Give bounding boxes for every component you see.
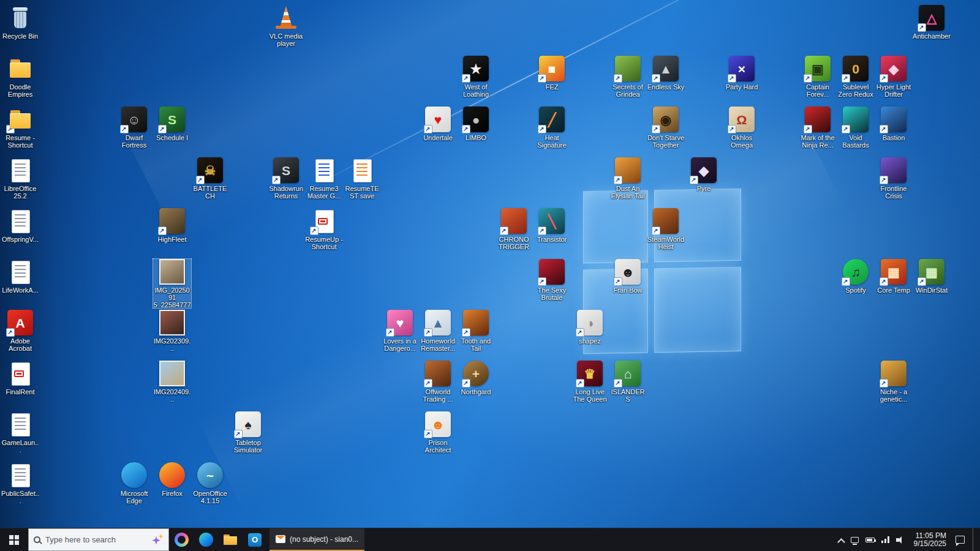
desktop-icon-label: LibreOffice 25.2 — [1, 185, 39, 200]
desktop-icon-transistor[interactable]: ╲Transistor — [533, 208, 571, 257]
desktop-icon-libreoffice-25-2[interactable]: LibreOffice 25.2 — [1, 157, 39, 206]
desktop-icon-fez[interactable]: ■FEZ — [533, 56, 571, 105]
file-explorer-button[interactable] — [218, 528, 243, 551]
cone-icon — [273, 5, 299, 31]
desktop-icon-party-hard[interactable]: ×Party Hard — [723, 56, 761, 105]
desktop-icon-adobe-acrobat[interactable]: AAdobe Acrobat — [1, 310, 39, 359]
desktop-icon-label: Recycle Bin — [1, 32, 39, 40]
taskbar-clock[interactable]: 11:05 PM 9/15/2025 — [911, 532, 949, 548]
action-center-icon[interactable] — [956, 536, 965, 544]
desktop-icon-frontline-crisis[interactable]: Frontline Crisis — [875, 157, 913, 206]
desktop-icon-offspringv[interactable]: OffspringV... — [1, 208, 39, 257]
desktop[interactable]: Recycle BinDoodle EmpiresResume - Shortc… — [0, 0, 980, 528]
edge-button[interactable] — [194, 528, 218, 551]
desktop-icon-lifeworka[interactable]: LifeWorkA... — [1, 259, 39, 308]
pc-icon[interactable] — [851, 537, 859, 543]
start-button[interactable] — [0, 528, 28, 551]
volume-icon[interactable] — [896, 536, 905, 544]
desktop-icon-label: IMG202409... — [153, 388, 191, 403]
desktop-icon-firefox[interactable]: Firefox — [153, 462, 191, 511]
desktop-icon-highfleet[interactable]: HighFleet — [153, 208, 191, 257]
desktop-icon-steamworld-heist[interactable]: SteamWorld Heist — [647, 208, 685, 257]
shortcut-arrow-icon — [538, 125, 546, 133]
desktop-icon-img202409[interactable]: IMG202409... — [153, 361, 191, 410]
desktop-icon-northgard[interactable]: +Northgard — [457, 361, 495, 410]
desktop-icon-dust-an-elysian-tail[interactable]: Dust An Elysian Tail — [609, 157, 647, 206]
desktop-icon-shapez[interactable]: ◑shapez — [571, 310, 609, 359]
desktop-icon-void-bastards[interactable]: Void Bastards — [837, 107, 875, 156]
desktop-icon-pyre[interactable]: ◆Pyre — [685, 157, 723, 206]
desktop-icon-lovers-in-a-dangero[interactable]: ♥Lovers in a Dangero... — [381, 310, 419, 359]
desktop-icon-mark-of-the-ninja-re[interactable]: Mark of the Ninja Re... — [799, 107, 837, 156]
outlook-button[interactable]: O — [243, 528, 267, 551]
desktop-icon-vlc-media-player[interactable]: VLC media player — [267, 5, 305, 54]
shortcut-arrow-icon — [576, 328, 584, 337]
desktop-icon-captain-forev[interactable]: ▣Captain Forev... — [799, 56, 837, 105]
task-button-mail[interactable]: (no subject) - sian0... — [270, 528, 364, 551]
circle-icon: + — [463, 361, 489, 386]
desktop-icon-schedule-i[interactable]: SSchedule I — [153, 107, 191, 156]
copilot-button[interactable] — [169, 528, 194, 551]
desktop-icon-openoffice-4-1-15[interactable]: ~OpenOffice 4.1.15 — [191, 462, 229, 511]
desktop-icon-tooth-and-tail[interactable]: Tooth and Tail — [457, 310, 495, 359]
desktop-icon-gamelaun[interactable]: GameLaun... — [1, 411, 39, 460]
desktop-icon-long-live-the-queen[interactable]: ♛Long Live The Queen — [571, 361, 609, 410]
pdf-icon — [7, 361, 33, 386]
shortcut-arrow-icon — [880, 74, 888, 83]
tile-icon — [615, 157, 641, 183]
icon-glyph: ~ — [206, 469, 214, 482]
desktop-icon-don-t-starve-together[interactable]: ◉Don't Starve Together — [647, 107, 685, 156]
hidden-icons-chevron[interactable] — [838, 537, 844, 543]
desktop-icon-resumetest-save[interactable]: ResumeTEST save — [343, 157, 381, 206]
desktop-icon-resume3-master-g[interactable]: Resume3 Master G... — [305, 157, 343, 206]
desktop-icon-resumeup-shortcut[interactable]: ResumeUp - Shortcut — [305, 208, 343, 257]
desktop-icon-img202309[interactable]: IMG202309... — [153, 310, 191, 359]
desktop-icon-microsoft-edge[interactable]: Microsoft Edge — [115, 462, 153, 511]
tile-icon: Ω — [729, 107, 755, 132]
desktop-icon-homeworld-remaster[interactable]: ▲Homeworld Remaster... — [419, 310, 457, 359]
desktop-icon-shadowrun-returns[interactable]: SShadowrun Returns — [267, 157, 305, 206]
search-input[interactable]: Type here to search — [28, 528, 169, 551]
desktop-icon-undertale[interactable]: ♥Undertale — [419, 107, 457, 156]
desktop-icon-endless-sky[interactable]: ▲Endless Sky — [647, 56, 685, 105]
desktop-icon-recycle-bin[interactable]: Recycle Bin — [1, 5, 39, 54]
desktop-icon-prison-architect[interactable]: ☻Prison Architect — [419, 411, 457, 460]
file-explorer-icon — [224, 534, 237, 545]
desktop-icon-spotify[interactable]: ♫Spotify — [837, 259, 875, 308]
tile-icon — [843, 107, 869, 132]
desktop-icon-resume-shortcut[interactable]: Resume - Shortcut — [1, 107, 39, 156]
shortcut-arrow-icon — [652, 74, 660, 83]
desktop-icon-dwarf-fortress[interactable]: ☺Dwarf Fortress — [115, 107, 153, 156]
desktop-icon-core-temp[interactable]: ▦Core Temp — [875, 259, 913, 308]
desktop-icon-heat-signature[interactable]: ╱Heat Signature — [533, 107, 571, 156]
battery-icon[interactable] — [865, 538, 875, 542]
desktop-icon-antichamber[interactable]: △Antichamber — [913, 5, 951, 54]
desktop-icon-offworld-trading[interactable]: Offworld Trading ... — [419, 361, 457, 410]
desktop-icon-label: Niche - a genetic... — [875, 388, 913, 403]
desktop-icon-chrono-trigger[interactable]: CHRONO TRIGGER — [495, 208, 533, 257]
desktop-icon-niche-a-genetic[interactable]: Niche - a genetic... — [875, 361, 913, 410]
desktop-icon-sublevel-zero-redux[interactable]: 0Sublevel Zero Redux — [837, 56, 875, 105]
desktop-icon-publicsafet[interactable]: PublicSafet... — [1, 462, 39, 511]
desktop-icon-windirstat[interactable]: ▦WinDirStat — [913, 259, 951, 308]
desktop-icon-fran-bow[interactable]: ☻Fran Bow — [609, 259, 647, 308]
desktop-icon-label: Frontline Crisis — [875, 185, 913, 200]
desktop-icon-okhlos-omega[interactable]: ΩOkhlos Omega — [723, 107, 761, 156]
desktop-icon-the-sexy-brutale[interactable]: The Sexy Brutale — [533, 259, 571, 308]
desktop-icon-img-2025091-5-225847777[interactable]: IMG_2025091 5_225847777 — [153, 259, 191, 308]
desktop-icon-battletech[interactable]: ☠BATTLETECH — [191, 157, 229, 206]
desktop-icon-hyper-light-drifter[interactable]: ◆Hyper Light Drifter — [875, 56, 913, 105]
desktop-icon-bastion[interactable]: Bastion — [875, 107, 913, 156]
desktop-icon-west-of-loathing[interactable]: ★West of Loathing — [457, 56, 495, 105]
network-icon[interactable] — [881, 536, 889, 543]
desktop-icon-finalrent[interactable]: FinalRent — [1, 361, 39, 410]
shortcut-arrow-icon — [728, 125, 736, 133]
show-desktop-button[interactable] — [973, 528, 976, 551]
desktop-icon-doodle-empires[interactable]: Doodle Empires — [1, 56, 39, 105]
desktop-icon-tabletop-simulator[interactable]: ♠Tabletop Simulator — [229, 411, 267, 460]
desktop-icon-secrets-of-grindea[interactable]: Secrets of Grindea — [609, 56, 647, 105]
desktop-icon-islanders[interactable]: ⌂ISLANDERS — [609, 361, 647, 410]
shortcut-arrow-icon — [538, 277, 546, 286]
desktop-icon-limbo[interactable]: ●LIMBO — [457, 107, 495, 156]
desktop-icon-label: OffspringV... — [1, 236, 39, 243]
